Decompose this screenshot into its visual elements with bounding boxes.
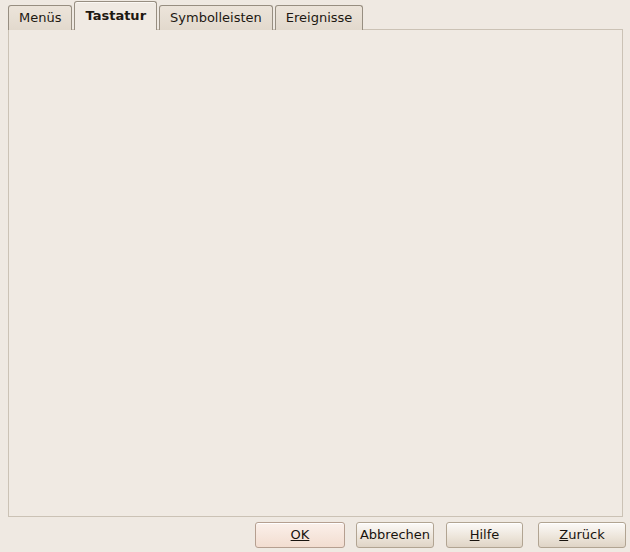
tab-bar: Menüs Tastatur Symbolleisten Ereignisse <box>8 2 365 30</box>
tab-symbolleisten[interactable]: Symbolleisten <box>159 5 273 30</box>
zurueck-button[interactable]: Zurück <box>538 522 626 548</box>
ok-button[interactable]: OK <box>255 522 345 548</box>
tab-ereignisse[interactable]: Ereignisse <box>275 5 364 30</box>
tab-menus[interactable]: Menüs <box>8 5 72 30</box>
customize-keyboard-dialog: Menüs Tastatur Symbolleisten Ereignisse … <box>0 0 630 552</box>
tab-panel <box>8 29 623 517</box>
abbrechen-button[interactable]: Abbrechen <box>356 522 434 548</box>
tab-tastatur[interactable]: Tastatur <box>74 1 157 30</box>
hilfe-button[interactable]: Hilfe <box>446 522 523 548</box>
